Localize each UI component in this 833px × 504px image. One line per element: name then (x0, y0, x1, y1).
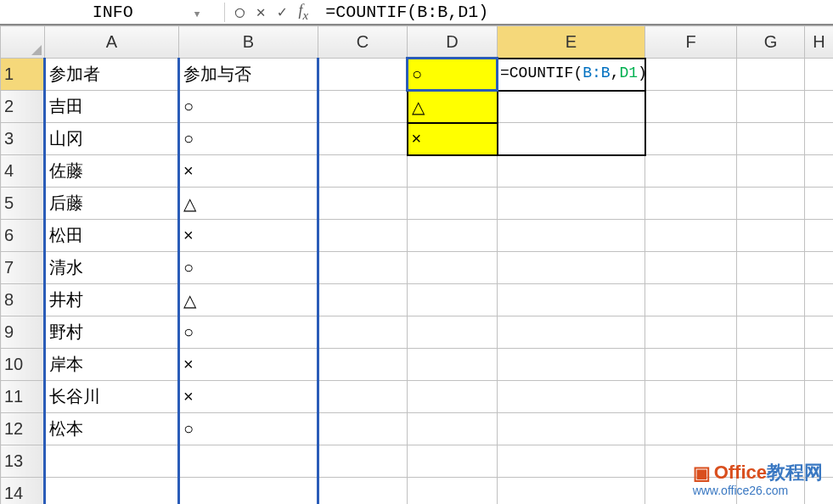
cell-A3[interactable]: 山冈 (45, 123, 179, 155)
cell-D3[interactable]: × (408, 123, 498, 155)
cell-F6[interactable] (645, 220, 737, 252)
cell-F9[interactable] (645, 316, 737, 349)
cell-A8[interactable]: 井村 (45, 284, 179, 316)
cell-B2[interactable]: ○ (179, 91, 318, 123)
col-header-A[interactable]: A (45, 26, 179, 59)
cell-C1[interactable] (318, 59, 408, 91)
name-box-dropdown-icon[interactable]: ▼ (194, 9, 200, 20)
cell-B8[interactable]: △ (179, 284, 318, 316)
row-header-14[interactable]: 14 (1, 478, 45, 505)
cell-G11[interactable] (737, 381, 805, 413)
row-header-6[interactable]: 6 (1, 220, 45, 252)
cell-D7[interactable] (408, 252, 498, 284)
cell-G10[interactable] (737, 349, 805, 381)
cell-E10[interactable] (498, 349, 645, 381)
col-header-F[interactable]: F (645, 26, 737, 59)
cell-C13[interactable] (318, 445, 408, 478)
cell-F4[interactable] (645, 155, 737, 188)
enter-icon[interactable]: ✓ (278, 3, 287, 21)
col-header-B[interactable]: B (179, 26, 318, 59)
row-header-2[interactable]: 2 (1, 91, 45, 123)
cell-G5[interactable] (737, 188, 805, 220)
cell-H1[interactable] (805, 59, 834, 91)
cell-C2[interactable] (318, 91, 408, 123)
row-header-3[interactable]: 3 (1, 123, 45, 155)
cell-F11[interactable] (645, 381, 737, 413)
cell-G12[interactable] (737, 413, 805, 445)
cell-D2[interactable]: △ (408, 91, 498, 123)
fx-icon[interactable]: fx (299, 2, 309, 23)
row-header-10[interactable]: 10 (1, 349, 45, 381)
cell-B6[interactable]: × (179, 220, 318, 252)
cell-H8[interactable] (805, 284, 834, 316)
cell-C14[interactable] (318, 478, 408, 505)
cell-C5[interactable] (318, 188, 408, 220)
row-header-13[interactable]: 13 (1, 445, 45, 478)
cell-A6[interactable]: 松田 (45, 220, 179, 252)
cell-B13[interactable] (179, 445, 318, 478)
cell-E12[interactable] (498, 413, 645, 445)
cell-A5[interactable]: 后藤 (45, 188, 179, 220)
col-header-G[interactable]: G (737, 26, 805, 59)
cell-E13[interactable] (498, 445, 645, 478)
cell-D14[interactable] (408, 478, 498, 505)
cell-G8[interactable] (737, 284, 805, 316)
cell-C8[interactable] (318, 284, 408, 316)
cell-G6[interactable] (737, 220, 805, 252)
cell-F3[interactable] (645, 123, 737, 155)
cell-D5[interactable] (408, 188, 498, 220)
cell-G4[interactable] (737, 155, 805, 188)
cell-D9[interactable] (408, 316, 498, 349)
col-header-H[interactable]: H (805, 26, 834, 59)
cell-E1[interactable]: =COUNTIF(B:B,D1) (498, 59, 645, 91)
cell-A14[interactable] (45, 478, 179, 505)
cell-A2[interactable]: 吉田 (45, 91, 179, 123)
cell-A13[interactable] (45, 445, 179, 478)
row-header-5[interactable]: 5 (1, 188, 45, 220)
select-all-corner[interactable] (1, 26, 45, 59)
cell-B14[interactable] (179, 478, 318, 505)
cell-C11[interactable] (318, 381, 408, 413)
cell-H4[interactable] (805, 155, 834, 188)
circle-icon[interactable]: ◯ (235, 3, 245, 21)
cell-H10[interactable] (805, 349, 834, 381)
cell-E3[interactable] (498, 123, 645, 155)
cell-D12[interactable] (408, 413, 498, 445)
cell-H2[interactable] (805, 91, 834, 123)
cell-F5[interactable] (645, 188, 737, 220)
cell-C3[interactable] (318, 123, 408, 155)
col-header-E[interactable]: E (498, 26, 645, 59)
cell-A1[interactable]: 参加者 (45, 59, 179, 91)
cell-C6[interactable] (318, 220, 408, 252)
cell-H11[interactable] (805, 381, 834, 413)
cell-E6[interactable] (498, 220, 645, 252)
cell-D11[interactable] (408, 381, 498, 413)
cell-A9[interactable]: 野村 (45, 316, 179, 349)
cell-B1[interactable]: 参加与否 (179, 59, 318, 91)
cell-C12[interactable] (318, 413, 408, 445)
cell-A11[interactable]: 长谷川 (45, 381, 179, 413)
cell-B9[interactable]: ○ (179, 316, 318, 349)
cell-D1[interactable]: ○ (408, 59, 498, 91)
cell-E9[interactable] (498, 316, 645, 349)
cell-G7[interactable] (737, 252, 805, 284)
name-box[interactable]: INFO ▼ (0, 3, 225, 22)
cell-D10[interactable] (408, 349, 498, 381)
cell-F7[interactable] (645, 252, 737, 284)
cell-F12[interactable] (645, 413, 737, 445)
row-header-7[interactable]: 7 (1, 252, 45, 284)
cell-G1[interactable] (737, 59, 805, 91)
cell-F2[interactable] (645, 91, 737, 123)
cell-A7[interactable]: 清水 (45, 252, 179, 284)
cell-B7[interactable]: ○ (179, 252, 318, 284)
cell-B10[interactable]: × (179, 349, 318, 381)
cell-B5[interactable]: △ (179, 188, 318, 220)
row-header-1[interactable]: 1 (1, 59, 45, 91)
cell-H6[interactable] (805, 220, 834, 252)
cell-H5[interactable] (805, 188, 834, 220)
cell-D8[interactable] (408, 284, 498, 316)
cell-G3[interactable] (737, 123, 805, 155)
cell-B12[interactable]: ○ (179, 413, 318, 445)
cell-E7[interactable] (498, 252, 645, 284)
cancel-icon[interactable]: ✕ (256, 3, 266, 21)
